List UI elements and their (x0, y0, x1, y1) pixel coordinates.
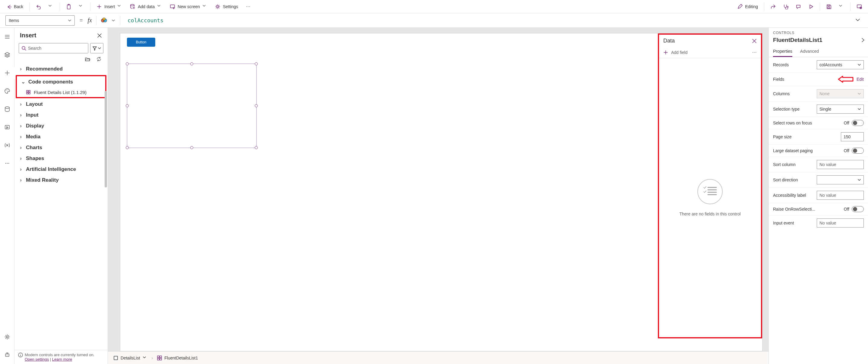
comments-button[interactable] (793, 2, 804, 11)
svg-point-18 (5, 107, 9, 108)
records-select[interactable]: colAccounts (817, 60, 864, 69)
scrollbar-thumb[interactable] (104, 91, 107, 188)
sort-column-input[interactable]: No value (817, 160, 864, 169)
rail-tree[interactable] (0, 31, 14, 43)
formula-expand[interactable] (853, 15, 863, 26)
publish-button[interactable] (854, 2, 865, 11)
more-button[interactable] (242, 2, 254, 11)
cat-label: Code components (28, 79, 73, 85)
fields-edit-link[interactable]: Edit (857, 77, 864, 82)
resize-handle[interactable] (190, 62, 193, 65)
resize-handle[interactable] (126, 104, 129, 107)
cat-mixed-reality[interactable]: ›Mixed Reality (14, 175, 107, 186)
stethoscope-icon (783, 4, 788, 9)
rail-media[interactable] (0, 121, 14, 133)
tab-properties[interactable]: Properties (773, 46, 792, 57)
open-settings-link[interactable]: Open settings (25, 357, 49, 362)
rail-more[interactable] (0, 157, 14, 169)
page-size-input[interactable]: 150 (841, 132, 864, 141)
rail-settings[interactable] (0, 331, 14, 343)
resize-handle[interactable] (190, 146, 193, 149)
accessibility-input[interactable]: No value (817, 191, 864, 200)
resize-handle[interactable] (126, 146, 129, 149)
chevron-down-icon[interactable] (112, 19, 115, 22)
add-field-button[interactable]: Add field (663, 50, 687, 55)
learn-more-link[interactable]: Learn more (52, 357, 72, 362)
play-button[interactable] (805, 2, 817, 11)
bc-screen[interactable]: DetailsList (113, 356, 148, 360)
tab-advanced[interactable]: Advanced (800, 46, 819, 57)
rail-variables[interactable] (0, 139, 14, 151)
new-screen-menu[interactable]: New screen (167, 2, 211, 11)
undo-button[interactable] (33, 2, 44, 11)
resize-handle[interactable] (126, 62, 129, 65)
cat-layout[interactable]: ›Layout (14, 99, 107, 110)
layers-icon (4, 52, 10, 58)
svg-point-23 (6, 336, 8, 338)
cat-charts[interactable]: ›Charts (14, 142, 107, 153)
cat-label: Charts (26, 145, 42, 151)
gear-icon (215, 4, 220, 9)
selected-control-outline[interactable] (127, 64, 256, 148)
cat-label: Shapes (26, 156, 44, 162)
save-split[interactable] (836, 2, 847, 11)
cat-input[interactable]: ›Input (14, 110, 107, 121)
rail-data[interactable] (0, 103, 14, 115)
insert-search[interactable]: Search (19, 43, 88, 53)
input-event-input[interactable]: No value (817, 219, 864, 228)
resize-handle[interactable] (255, 146, 258, 149)
undo-split[interactable] (45, 2, 57, 11)
refresh-icon[interactable] (96, 56, 102, 62)
paste-split[interactable] (76, 2, 87, 11)
close-icon[interactable] (752, 39, 757, 43)
resize-handle[interactable] (255, 104, 258, 107)
item-fluent-details-list[interactable]: Fluent Details List (1.1.29) (17, 88, 105, 97)
cat-code-components[interactable]: ⌄ Code components (17, 76, 105, 88)
cat-media[interactable]: ›Media (14, 131, 107, 142)
insert-filter[interactable] (90, 43, 103, 53)
rail-theme[interactable] (0, 85, 14, 97)
more-icon[interactable] (752, 50, 757, 55)
cat-shapes[interactable]: ›Shapes (14, 153, 107, 164)
svg-point-16 (7, 89, 7, 90)
insert-menu[interactable]: Insert (93, 2, 126, 11)
chevron-right-icon[interactable] (860, 37, 866, 43)
rail-ask[interactable] (0, 349, 14, 361)
app-canvas[interactable]: Button Data (120, 33, 763, 351)
health-button[interactable] (780, 2, 792, 11)
rail-layers[interactable] (0, 49, 14, 61)
property-selector[interactable]: Items (5, 15, 75, 26)
close-icon[interactable] (97, 33, 102, 38)
back-button[interactable]: Back (3, 2, 26, 11)
sort-direction-select[interactable] (817, 175, 864, 185)
svg-point-34 (754, 52, 755, 53)
cat-display[interactable]: ›Display (14, 121, 107, 131)
folder-open-icon[interactable] (85, 56, 90, 62)
copilot-icon[interactable] (101, 17, 107, 24)
svg-rect-36 (114, 356, 118, 360)
svg-point-25 (6, 355, 7, 355)
large-dataset-toggle[interactable]: Off (844, 147, 864, 154)
editing-mode[interactable]: Editing (734, 2, 761, 11)
add-data-menu[interactable]: Add data (127, 2, 165, 11)
select-rows-toggle[interactable]: Off (844, 120, 864, 126)
bc-control[interactable]: FluentDetailsList1 (157, 356, 198, 360)
comment-icon (796, 4, 801, 9)
cat-recommended[interactable]: › Recommended (14, 64, 107, 74)
svg-point-14 (102, 18, 105, 20)
paste-button[interactable] (63, 2, 74, 11)
cat-ai[interactable]: ›Artificial Intelligence (14, 164, 107, 175)
save-button[interactable] (823, 2, 835, 11)
info-text: Modern controls are currently turned on. (25, 353, 94, 357)
raise-onrow-toggle[interactable]: Off (844, 206, 864, 212)
settings-button[interactable]: Settings (212, 2, 241, 11)
rail-insert[interactable] (0, 67, 14, 79)
chevron-down-icon (202, 4, 208, 9)
canvas-button-control[interactable]: Button (127, 38, 155, 47)
svg-rect-30 (27, 93, 28, 94)
share-button[interactable] (767, 2, 779, 11)
resize-handle[interactable] (255, 62, 258, 65)
formula-expression[interactable]: colAccounts (123, 17, 163, 24)
selection-type-select[interactable]: Single (817, 105, 864, 113)
raise-onrow-label: Raise OnRowSelecti... (773, 207, 815, 211)
